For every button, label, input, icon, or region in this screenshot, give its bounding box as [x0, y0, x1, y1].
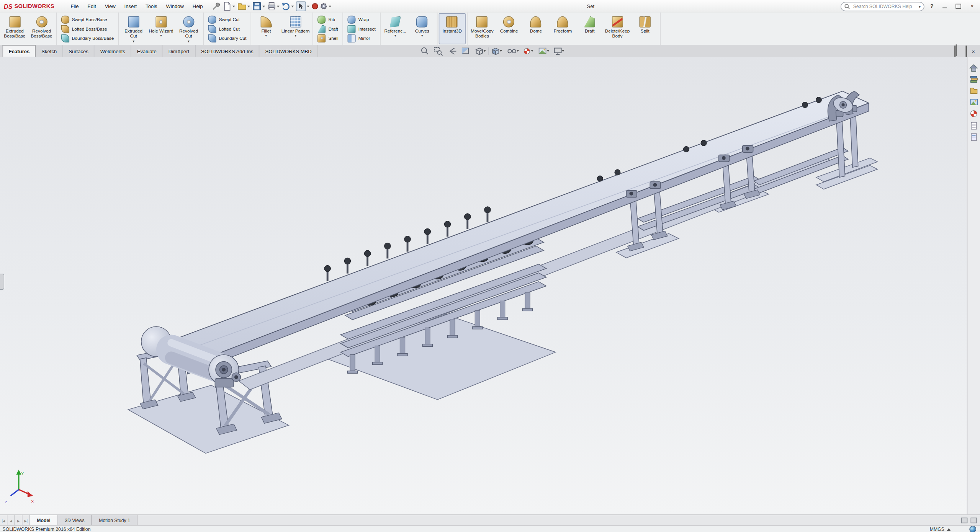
lofted-cut-button[interactable]: Lofted Cut — [207, 24, 248, 33]
custom-properties-icon[interactable] — [971, 122, 977, 129]
go-next-button[interactable]: ▶ — [15, 515, 23, 526]
forum-icon[interactable] — [971, 134, 977, 140]
dropdown-arrow-icon[interactable] — [329, 6, 331, 8]
move-copy-bodies-button[interactable]: Move/CopyBodies — [469, 13, 496, 44]
linear-pattern-button[interactable]: Linear Pattern▾ — [280, 13, 311, 44]
maximize-button[interactable] — [953, 2, 964, 11]
menu-window[interactable]: Window — [162, 2, 188, 11]
dropdown-arrow-icon[interactable]: ▾ — [294, 35, 296, 38]
split-horizontal-icon[interactable] — [961, 518, 967, 524]
view-settings-icon[interactable] — [555, 48, 564, 54]
apply-scene-icon[interactable] — [539, 48, 550, 54]
tab-sketch[interactable]: Sketch — [36, 45, 63, 57]
dropdown-arrow-icon[interactable] — [276, 6, 279, 8]
tab-weldments[interactable]: Weldments — [95, 45, 131, 57]
dropdown-arrow-icon[interactable]: ▾ — [265, 35, 267, 38]
help-button[interactable]: ? — [928, 3, 936, 9]
pin-icon[interactable] — [213, 3, 219, 10]
intersect-button[interactable]: Intersect — [347, 24, 377, 33]
close-button[interactable]: × — [967, 2, 978, 11]
tab-model[interactable]: Model — [30, 515, 58, 526]
fillet-button[interactable]: Fillet▾ — [253, 13, 280, 44]
tab-3d-views[interactable]: 3D Views — [58, 515, 92, 526]
dropdown-arrow-icon[interactable]: ▾ — [421, 35, 423, 38]
dropdown-arrow-icon[interactable]: ▾ — [188, 40, 190, 43]
shell-button[interactable]: Shell — [316, 34, 339, 42]
undo-icon[interactable] — [282, 3, 289, 10]
feature-manager-collapsed-splitter[interactable] — [0, 274, 4, 290]
wrap-button[interactable]: Wrap — [347, 15, 377, 23]
extruded-cut-button[interactable]: ExtrudedCut▾ — [120, 13, 147, 44]
previous-view-icon[interactable] — [450, 48, 456, 54]
tab-dimxpert[interactable]: DimXpert — [163, 45, 195, 57]
go-prev-button[interactable]: ◀ — [8, 515, 15, 526]
delete-keep-body-button[interactable]: Delete/KeepBody — [603, 13, 632, 44]
swept-cut-button[interactable]: Swept Cut — [207, 15, 248, 23]
hole-wizard-button[interactable]: Hole Wizard▾ — [147, 13, 175, 44]
section-view-icon[interactable] — [462, 48, 468, 54]
revolved-boss-base-button[interactable]: RevolvedBoss/Base — [28, 13, 55, 44]
web-globe-icon[interactable] — [969, 526, 976, 532]
menu-file[interactable]: File — [66, 2, 83, 11]
tab-surfaces[interactable]: Surfaces — [63, 45, 95, 57]
menu-help[interactable]: Help — [188, 2, 207, 11]
display-style-icon[interactable] — [492, 48, 502, 55]
dropdown-arrow-icon[interactable]: ▾ — [133, 40, 134, 43]
extruded-boss-base-button[interactable]: ExtrudedBoss/Base — [1, 13, 28, 44]
combine-button[interactable]: Combine — [496, 13, 522, 44]
dropdown-arrow-icon[interactable]: ▾ — [394, 35, 396, 38]
tab-solidworks-mbd[interactable]: SOLIDWORKS MBD — [260, 45, 318, 57]
dropdown-arrow-icon[interactable] — [232, 6, 235, 8]
zoom-to-area-icon[interactable] — [434, 47, 442, 55]
zoom-to-fit-icon[interactable] — [422, 48, 428, 54]
boundary-boss-base-button[interactable]: Boundary Boss/Base — [60, 34, 115, 42]
appearances-scenes-icon[interactable] — [970, 111, 977, 117]
cascade-windows-icon[interactable] — [954, 46, 955, 57]
open-folder-icon[interactable] — [238, 4, 245, 10]
units-label[interactable]: MMGS — [930, 526, 944, 532]
dropdown-arrow-icon[interactable] — [262, 6, 265, 8]
tab-solidworks-add-ins[interactable]: SOLIDWORKS Add-Ins — [195, 45, 259, 57]
mirror-button[interactable]: Mirror — [347, 34, 377, 42]
draft-button[interactable]: Draft — [316, 24, 339, 33]
dropdown-arrow-icon[interactable] — [291, 6, 294, 8]
curves-button[interactable]: Curves▾ — [409, 13, 435, 44]
dropdown-arrow-icon[interactable] — [306, 6, 309, 8]
settings-gear-icon[interactable] — [321, 4, 326, 9]
instant3d-button[interactable]: Instant3D — [439, 13, 466, 44]
tab-evaluate[interactable]: Evaluate — [131, 45, 163, 57]
doc-restore-button[interactable] — [965, 46, 967, 57]
graphics-area[interactable]: X Y Z — [0, 57, 967, 514]
menu-tools[interactable]: Tools — [141, 2, 162, 11]
print-icon[interactable] — [268, 3, 275, 10]
menu-insert[interactable]: Insert — [120, 2, 141, 11]
new-document-icon[interactable] — [224, 2, 230, 10]
go-last-button[interactable]: ▶| — [23, 515, 30, 526]
doc-close-button[interactable]: × — [972, 49, 975, 55]
menu-edit[interactable]: Edit — [83, 2, 100, 11]
units-dropdown-arrow-icon[interactable] — [947, 528, 951, 530]
solidworks-resources-icon[interactable] — [970, 65, 978, 72]
dome-button[interactable]: Dome — [522, 13, 549, 44]
rib-button[interactable]: Rib — [316, 15, 339, 23]
draft-feature-button[interactable]: Draft — [576, 13, 603, 44]
tab-motion-study-1[interactable]: Motion Study 1 — [92, 515, 137, 526]
revolved-cut-button[interactable]: RevolvedCut▾ — [175, 13, 202, 44]
select-cursor-icon[interactable] — [296, 2, 305, 11]
design-library-icon[interactable] — [970, 76, 977, 82]
file-explorer-icon[interactable] — [970, 88, 977, 94]
split-vertical-icon[interactable] — [970, 518, 977, 524]
freeform-button[interactable]: Freeform — [549, 13, 576, 44]
rebuild-icon[interactable] — [312, 3, 317, 9]
reference-geometry-button[interactable]: Referenc...▾ — [382, 13, 409, 44]
swept-boss-base-button[interactable]: Swept Boss/Base — [60, 15, 115, 23]
minimize-button[interactable] — [939, 2, 950, 11]
edit-appearance-icon[interactable] — [524, 48, 533, 54]
conveyor-model[interactable]: X Y Z — [0, 57, 967, 514]
search-input[interactable] — [852, 3, 917, 10]
help-search-box[interactable]: ▾ — [841, 2, 924, 11]
split-button[interactable]: Split — [632, 13, 658, 44]
dropdown-arrow-icon[interactable]: ▾ — [160, 35, 162, 38]
menu-view[interactable]: View — [100, 2, 120, 11]
save-icon[interactable] — [253, 3, 260, 10]
